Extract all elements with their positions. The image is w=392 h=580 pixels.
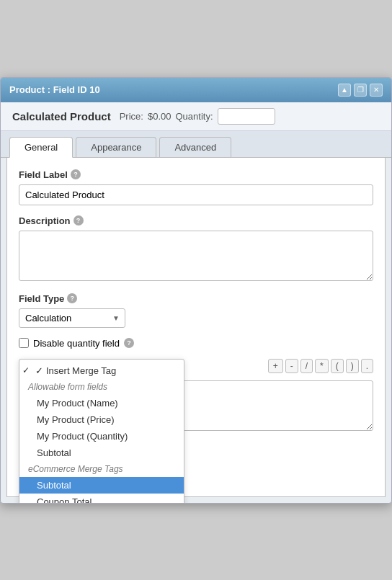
formula-mul-btn[interactable]: * (315, 359, 329, 373)
field-label-input[interactable] (19, 184, 373, 205)
merge-tag-subtotal-ecommerce[interactable]: Subtotal (19, 477, 184, 494)
merge-tag-subtotal-allowable[interactable]: Subtotal (19, 445, 184, 461)
modal-window: Product : Field ID 10 ▲ ❐ ✕ Calculated P… (0, 77, 392, 504)
formula-container: Formula ? + - / * ( ) . ✓ Insert (19, 359, 373, 433)
modal-toolbar: Calculated Product Price: $0.00 Quantity… (1, 102, 391, 131)
tab-appearance[interactable]: Appearance (76, 137, 156, 157)
formula-open-paren-btn[interactable]: ( (331, 359, 344, 373)
disable-quantity-help-icon[interactable]: ? (124, 338, 134, 348)
merge-tag-coupon-total[interactable]: Coupon Total (19, 494, 184, 504)
field-label-title: Field Label ? (19, 169, 373, 180)
modal-header: Product : Field ID 10 ▲ ❐ ✕ (1, 78, 391, 102)
merge-tag-product-qty[interactable]: My Product (Quantity) (19, 428, 184, 445)
close-button[interactable]: ✕ (370, 84, 383, 97)
insert-merge-tag-item[interactable]: ✓ Insert Merge Tag (19, 362, 184, 379)
formula-dot-btn[interactable]: . (361, 359, 373, 373)
formula-sub-btn[interactable]: - (285, 359, 298, 373)
toolbar-title: Calculated Product (12, 110, 111, 122)
quantity-label: Quantity: (175, 111, 213, 122)
field-type-select[interactable]: Calculation Single Product Drop Down Rad… (19, 308, 125, 328)
merge-tag-product-price[interactable]: My Product (Price) (19, 411, 184, 428)
formula-add-btn[interactable]: + (268, 359, 283, 373)
description-input[interactable] (19, 231, 373, 281)
merge-tag-product-name[interactable]: My Product (Name) (19, 395, 184, 411)
description-title: Description ? (19, 215, 373, 226)
price-value: $0.00 (148, 111, 172, 122)
field-type-help-icon[interactable]: ? (67, 293, 77, 303)
price-info: Price: $0.00 Quantity: (120, 108, 275, 125)
field-type-select-wrapper: Calculation Single Product Drop Down Rad… (19, 308, 125, 328)
field-label-group: Field Label ? (19, 169, 373, 205)
allowable-fields-header: Allowable form fields (19, 379, 184, 395)
disable-quantity-label: Disable quantity field (33, 338, 120, 349)
price-label: Price: (120, 111, 143, 122)
header-controls: ▲ ❐ ✕ (338, 84, 383, 97)
copy-button[interactable]: ❐ (354, 84, 367, 97)
field-type-title: Field Type ? (19, 293, 373, 304)
field-type-group: Field Type ? Calculation Single Product … (19, 293, 373, 328)
tab-advanced[interactable]: Advanced (159, 137, 231, 157)
merge-tag-dropdown: ✓ Insert Merge Tag Allowable form fields… (19, 359, 184, 504)
quantity-input[interactable] (218, 108, 275, 125)
description-help-icon[interactable]: ? (74, 215, 84, 226)
tab-general[interactable]: General (9, 137, 73, 158)
tab-content-general: Field Label ? Description ? Field Type ?… (6, 158, 386, 497)
minimize-button[interactable]: ▲ (338, 84, 351, 97)
disable-quantity-checkbox[interactable] (19, 338, 29, 348)
formula-buttons: + - / * ( ) . (268, 359, 373, 373)
ecommerce-header: eCommerce Merge Tags (19, 461, 184, 477)
disable-quantity-row: Disable quantity field ? (19, 338, 373, 349)
field-label-help-icon[interactable]: ? (71, 169, 81, 179)
modal-title: Product : Field ID 10 (9, 84, 100, 95)
formula-close-paren-btn[interactable]: ) (346, 359, 359, 373)
description-group: Description ? (19, 215, 373, 283)
formula-div-btn[interactable]: / (300, 359, 313, 373)
tab-bar: General Appearance Advanced (1, 131, 391, 158)
merge-tag-check-icon: ✓ (35, 365, 43, 376)
